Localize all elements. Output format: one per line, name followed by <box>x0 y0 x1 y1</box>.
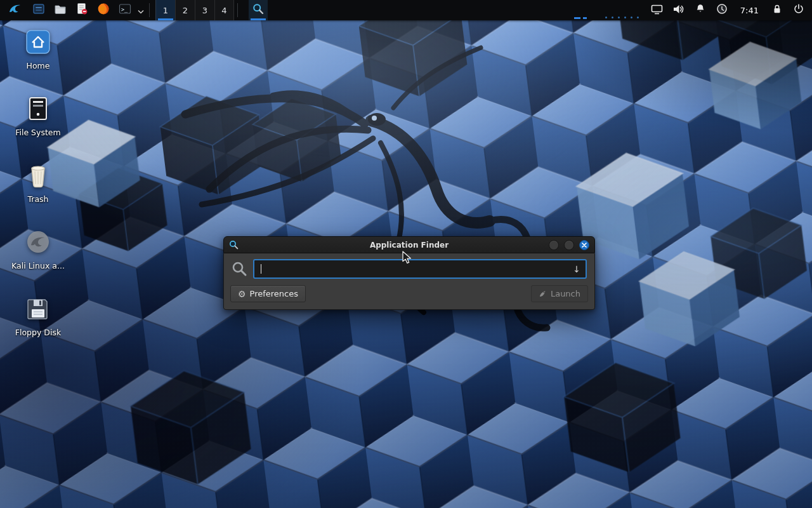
bell-icon <box>695 3 706 17</box>
firefox-launcher[interactable] <box>93 0 114 20</box>
svg-text:>_: >_ <box>121 6 128 13</box>
dialog-body: ↓ ⚙ Preferences Launch <box>223 253 595 310</box>
system-tray: 7:41 <box>574 0 809 20</box>
status-circle-icon <box>716 3 728 17</box>
desktop-icon-floppy-disk[interactable]: Floppy Disk <box>6 293 70 337</box>
terminal-icon: >_ <box>119 3 131 18</box>
desktop-icon-home[interactable]: Home <box>6 27 70 70</box>
kali-menu-button[interactable] <box>3 0 28 20</box>
kali-file-icon <box>23 227 53 257</box>
workspace-2[interactable]: 2 <box>175 0 195 20</box>
workspace-4-label: 4 <box>221 6 226 15</box>
titlebar[interactable]: Application Finder <box>223 236 595 253</box>
close-icon <box>582 243 587 248</box>
search-entry[interactable]: ↓ <box>253 259 587 279</box>
terminal-launcher[interactable]: >_ <box>114 0 136 20</box>
search-icon <box>232 261 247 277</box>
display-settings-tray-button[interactable] <box>646 0 668 20</box>
minimize-button[interactable] <box>549 240 559 250</box>
volume-icon <box>672 3 684 18</box>
desktop-icon-kali-linux[interactable]: Kali Linux a... <box>6 227 70 271</box>
launch-button[interactable]: Launch <box>531 285 588 302</box>
launch-icon <box>539 290 547 298</box>
file-manager-launcher[interactable] <box>28 0 49 20</box>
dragon-eye-highlight <box>372 116 377 121</box>
terminal-dropdown-button[interactable] <box>136 0 146 20</box>
panel-separator <box>149 3 150 17</box>
volume-tray-button[interactable] <box>668 0 690 20</box>
text-editor-icon <box>75 3 88 18</box>
desktop-icon-file-system[interactable]: File System <box>6 93 70 137</box>
window-title: Application Finder <box>224 241 594 250</box>
panel-separator <box>237 3 238 17</box>
workspace-2-label: 2 <box>183 6 188 15</box>
kali-logo-icon <box>8 2 22 18</box>
workspace-switcher: 1 2 3 4 <box>155 0 234 20</box>
dotted-separator <box>605 17 639 20</box>
desktop-icon-column: Home File System Trash <box>6 27 70 337</box>
workspace-4[interactable]: 4 <box>214 0 234 20</box>
top-panel: >_ 1 2 3 4 <box>0 0 812 20</box>
appfinder-task-icon <box>252 3 264 17</box>
maximize-button[interactable] <box>564 240 574 250</box>
search-input[interactable] <box>254 260 586 277</box>
desktop-icon-trash[interactable]: Trash <box>6 160 70 204</box>
trash-icon <box>23 160 53 190</box>
desktop-icon-label: Home <box>27 61 50 70</box>
appfinder-window-icon <box>229 240 239 250</box>
power-icon <box>793 3 804 17</box>
workspace-3[interactable]: 3 <box>195 0 214 20</box>
application-finder-window: Application Finder <box>223 236 595 310</box>
text-editor-launcher[interactable] <box>71 0 93 20</box>
logout-tray-button[interactable] <box>788 0 809 20</box>
desktop-icon-label: Kali Linux a... <box>11 261 65 271</box>
file-system-icon <box>23 93 53 124</box>
workspace-3-label: 3 <box>202 6 207 15</box>
folder-launcher[interactable] <box>49 0 71 20</box>
firefox-icon <box>97 3 110 18</box>
appfinder-task-button[interactable] <box>249 0 268 20</box>
folder-icon <box>54 3 67 18</box>
screen-lock-tray-button[interactable] <box>766 0 788 20</box>
chevron-down-icon <box>138 4 144 17</box>
notifications-tray-button[interactable] <box>690 0 711 20</box>
floppy-disk-icon <box>23 293 53 324</box>
close-button[interactable] <box>579 240 589 250</box>
preferences-button-label: Preferences <box>250 289 298 298</box>
clock[interactable]: 7:41 <box>733 6 766 15</box>
window-indicator-dashes <box>574 17 587 19</box>
workspace-1[interactable]: 1 <box>155 0 175 20</box>
launch-button-label: Launch <box>551 289 580 298</box>
home-folder-icon <box>23 27 53 57</box>
status-tray-button[interactable] <box>711 0 733 20</box>
display-icon <box>651 3 663 18</box>
preferences-button[interactable]: ⚙ Preferences <box>230 285 306 302</box>
workspace-1-label: 1 <box>163 6 168 15</box>
dropdown-arrow-icon[interactable]: ↓ <box>573 265 580 274</box>
file-manager-icon <box>32 3 45 18</box>
desktop-icon-label: Floppy Disk <box>15 328 61 337</box>
desktop-icon-label: File System <box>15 128 61 137</box>
gear-icon: ⚙ <box>238 290 246 298</box>
text-caret <box>261 264 261 274</box>
lock-icon <box>771 3 783 17</box>
desktop-icon-label: Trash <box>27 194 48 204</box>
